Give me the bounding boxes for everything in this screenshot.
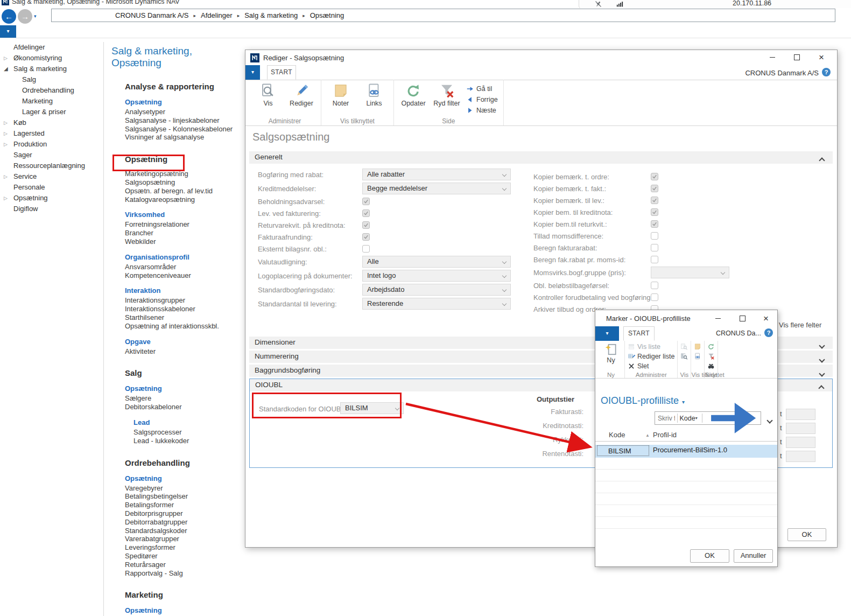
department-link[interactable]: Debitorprisgrupper — [111, 509, 244, 518]
field-checkbox[interactable] — [651, 244, 658, 251]
list-row-empty[interactable] — [595, 458, 777, 470]
field-select[interactable]: Alle — [362, 256, 511, 268]
field-checkbox[interactable] — [651, 197, 658, 204]
ribbon-button-refresh-icon[interactable] — [707, 342, 715, 352]
department-link[interactable]: Kompetenceniveauer — [111, 271, 244, 280]
tree-collapsed-icon[interactable]: ▷ — [4, 128, 11, 139]
field-select[interactable]: Alle rabatter — [362, 169, 511, 180]
field-checkbox[interactable] — [651, 293, 658, 301]
department-link[interactable]: Salgsprocesser — [111, 428, 244, 437]
back-button[interactable]: ← — [2, 9, 16, 24]
ribbon-button-rediger[interactable]: Rediger — [287, 82, 315, 117]
tree-collapsed-icon[interactable]: ▷ — [4, 139, 11, 150]
ribbon-button-forrige[interactable]: Forrige — [466, 95, 498, 103]
sidebar-item-produktion[interactable]: ▷Produktion — [0, 139, 103, 150]
sidebar-item-personale[interactable]: Personale — [0, 182, 103, 193]
department-link[interactable]: Speditører — [111, 552, 244, 561]
department-link[interactable]: Starthilsener — [111, 313, 244, 322]
ribbon-button-doc-link-icon[interactable] — [694, 352, 701, 361]
field-checkbox[interactable] — [651, 232, 658, 240]
department-link[interactable]: Debitorskabeloner — [111, 403, 244, 411]
sidebar-item-afdelinger[interactable]: Afdelinger — [0, 42, 103, 53]
field-checkbox[interactable] — [362, 221, 370, 229]
department-link[interactable]: Opsætning af interaktionsskbl. — [111, 322, 244, 331]
output-path-field[interactable] — [786, 423, 815, 434]
ribbon-button-doc-search2-icon[interactable] — [680, 352, 688, 361]
oioubl-profile-select[interactable]: BILSIM — [340, 402, 404, 414]
field-checkbox[interactable] — [362, 198, 370, 205]
tree-collapsed-icon[interactable]: ▷ — [4, 171, 11, 182]
field-select[interactable]: Begge meddelelser — [362, 183, 511, 194]
department-link[interactable]: Varerabatgrupper — [111, 535, 244, 543]
department-link[interactable]: Salgsopsætning — [111, 178, 244, 187]
sidebar-item-lagersted[interactable]: ▷Lagersted — [0, 128, 103, 139]
tree-collapsed-icon[interactable]: ▷ — [4, 193, 11, 204]
department-link[interactable]: Salgsanalyse - Kolonneskabeloner — [111, 125, 244, 134]
department-link[interactable]: Interaktionsgrupper — [111, 296, 244, 305]
popup-help-icon[interactable]: ? — [764, 328, 773, 337]
breadcrumb[interactable]: CRONUS Danmark A/S▸Afdelinger▸Salg & mar… — [51, 9, 835, 22]
ribbon-button-vis[interactable]: Vis — [254, 82, 282, 117]
nav-history-dropdown-icon[interactable]: ▾ — [34, 13, 37, 19]
department-link[interactable]: Debitorrabatgrupper — [111, 518, 244, 527]
fasttab-generelt[interactable]: Generelt — [249, 151, 833, 164]
collapse-icon[interactable] — [820, 155, 824, 165]
field-select[interactable] — [651, 267, 729, 278]
ribbon-button-g-til[interactable]: Gå til — [466, 85, 498, 93]
tab-start[interactable]: START — [267, 65, 296, 80]
filter-column-select[interactable]: Kode — [680, 415, 695, 422]
list-row-empty[interactable] — [595, 505, 777, 517]
breadcrumb-item[interactable]: CRONUS Danmark A/S — [115, 11, 189, 19]
column-header-kode[interactable]: Kode — [609, 431, 625, 439]
field-select[interactable]: Intet logo — [362, 270, 511, 282]
field-select[interactable]: Resterende — [362, 298, 511, 310]
department-link[interactable]: Brancher — [111, 229, 244, 237]
ribbon-button-ryd-filter[interactable]: Ryd filter — [433, 82, 461, 117]
ribbon-button-n-ste[interactable]: Næste — [466, 106, 498, 114]
sidebar-item-ops-tning[interactable]: ▷Opsætning — [0, 193, 103, 204]
field-checkbox[interactable] — [362, 233, 370, 241]
department-link[interactable]: Salgsanalyse - linjeskabeloner — [111, 116, 244, 125]
sidebar-item-ordrebehandling[interactable]: Ordrebehandling — [0, 85, 103, 96]
app-menu-button[interactable]: ▾ — [245, 65, 260, 80]
cell-kode[interactable]: BILSIM — [597, 445, 649, 456]
department-link[interactable]: Lead - lukkekoder — [111, 437, 244, 445]
sidebar-item-service[interactable]: ▷Service — [0, 171, 103, 182]
sidebar-item-sager[interactable]: Sager — [0, 150, 103, 160]
output-path-field[interactable] — [786, 437, 815, 448]
field-checkbox[interactable] — [651, 220, 658, 228]
column-header-profil-id[interactable]: Profil-id — [653, 431, 677, 439]
tree-collapsed-icon[interactable]: ▷ — [4, 53, 11, 64]
popup-minimize-button[interactable] — [710, 313, 726, 324]
expand-icon[interactable] — [820, 340, 824, 350]
popup-maximize-button[interactable] — [734, 313, 750, 324]
maximize-button[interactable] — [789, 52, 805, 63]
popup-tab-start[interactable]: START — [623, 326, 655, 341]
field-checkbox[interactable] — [651, 256, 658, 263]
ribbon-button-ny[interactable]: Ny — [600, 342, 622, 364]
list-row-empty[interactable] — [595, 470, 777, 481]
filter-expand-icon[interactable] — [768, 415, 772, 425]
tree-collapsed-icon[interactable]: ▷ — [4, 117, 11, 128]
sidebar-item--konomistyring[interactable]: ▷Økonomistyring — [0, 53, 103, 64]
close-button[interactable]: × — [813, 52, 829, 63]
popup-close-button[interactable]: × — [758, 313, 774, 324]
department-link[interactable]: Betalingsformer — [111, 501, 244, 509]
list-row-empty[interactable] — [595, 517, 777, 529]
help-icon[interactable]: ? — [822, 68, 831, 76]
department-link[interactable]: Varegebyrer — [111, 484, 244, 493]
forward-button[interactable]: → — [18, 9, 32, 24]
department-link[interactable]: Returårsager — [111, 561, 244, 569]
minimize-button[interactable] — [764, 52, 780, 63]
department-link[interactable]: Aktiviteter — [111, 347, 244, 356]
expand-icon[interactable] — [820, 354, 824, 364]
popup-cancel-button[interactable]: Annuller — [734, 549, 773, 563]
ribbon-button-slet[interactable]: Slet — [628, 361, 674, 371]
list-row-empty[interactable] — [595, 493, 777, 505]
list-row-empty[interactable] — [595, 481, 777, 493]
department-link[interactable]: Webkilder — [111, 237, 244, 246]
department-link[interactable]: Leveringsformer — [111, 543, 244, 552]
address-dropdown-button[interactable]: ▾ — [0, 25, 16, 38]
collapse-icon[interactable] — [819, 383, 824, 393]
ribbon-button-clear-filter-icon[interactable] — [707, 352, 715, 361]
